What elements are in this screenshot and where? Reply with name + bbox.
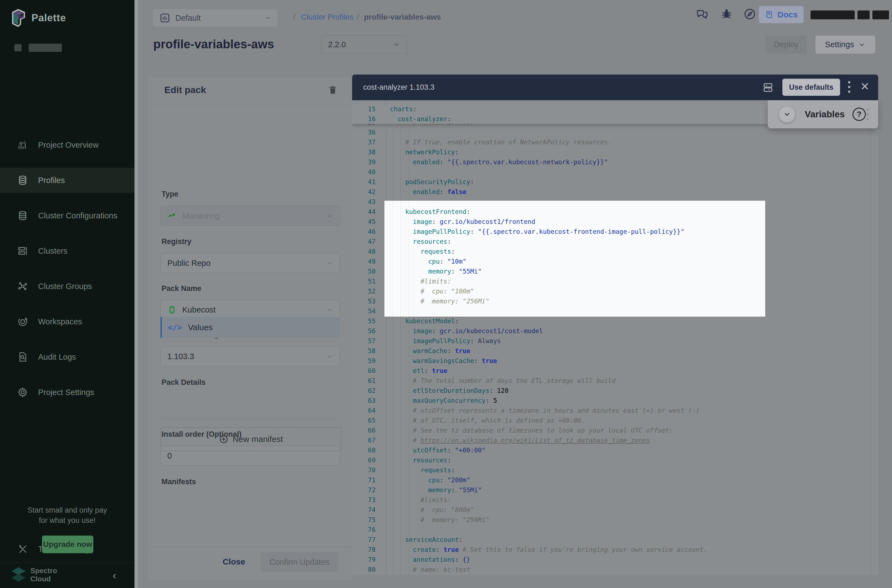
values-label: Values <box>188 323 213 332</box>
code-icon: </> <box>168 323 182 332</box>
upgrade-now-button[interactable]: Upgrade now <box>42 536 93 553</box>
tools-icon <box>17 543 28 555</box>
registry-label: Registry <box>162 237 191 246</box>
sidebar-item-profiles[interactable]: Profiles <box>0 168 135 193</box>
sidebar-item-project-overview[interactable]: Project Overview <box>0 132 135 158</box>
chevron-down-icon <box>858 41 865 48</box>
divider <box>148 547 352 548</box>
close-button[interactable]: Close <box>217 554 251 570</box>
code-line-46: imagePullPolicy: "{{.spectro.var.kubecos… <box>384 226 765 237</box>
new-manifest-button[interactable]: New manifest <box>161 427 341 452</box>
sidebar-item-cluster-configurations[interactable]: Cluster Configurations <box>0 203 135 228</box>
line-number: 72 <box>352 485 386 495</box>
logo-wordmark: Palette <box>32 12 66 24</box>
settings-button[interactable]: Settings <box>815 35 875 54</box>
promo-line-1: Start small and only pay <box>0 505 135 515</box>
sidebar-item-project-settings[interactable]: Project Settings <box>0 380 135 405</box>
page-title: profile-variables-aws <box>153 37 274 51</box>
plus-circle-icon <box>219 435 228 444</box>
code-editor-body[interactable]: 35 # value: 10000003637 # If true, enabl… <box>352 100 878 575</box>
breadcrumb-cluster-profiles[interactable]: Cluster Profiles <box>301 13 353 21</box>
edit-pack-title: Edit pack <box>164 84 206 95</box>
sidebar-item-clusters[interactable]: Clusters <box>0 238 135 263</box>
help-compass-icon[interactable] <box>743 8 756 20</box>
sidebar-item-label: Cluster Groups <box>38 282 92 291</box>
divider <box>161 418 340 419</box>
code-line-37: 37 # If true, enable creation of Network… <box>352 137 871 147</box>
docs-button[interactable]: Docs <box>759 6 803 23</box>
pack-details-values-tab[interactable]: </> Values <box>161 317 340 338</box>
line-number: 77 <box>352 535 386 544</box>
code-line-47: resources: <box>384 237 765 246</box>
pack-name-value: Kubecost <box>182 305 216 314</box>
chevron-down-icon <box>393 40 401 48</box>
editor-title: cost-analyzer 1.103.3 <box>363 83 434 92</box>
code-line-41: 41 podSecurityPolicy: <box>352 177 871 187</box>
bar-chart-icon <box>17 140 28 150</box>
breadcrumb-separator: / <box>293 13 296 21</box>
project-selector[interactable]: Default <box>153 9 278 27</box>
code-line-61: 61 # The total number of days the ETL st… <box>352 376 871 386</box>
bug-report-icon[interactable] <box>720 8 733 20</box>
profile-version-select[interactable]: 2.2.0 <box>321 35 407 54</box>
code-line-53: # memory: "256Mi" <box>384 296 765 306</box>
code-line-69: 69 resources: <box>352 455 871 465</box>
registry-select[interactable]: Public Repo <box>161 253 340 273</box>
use-defaults-button[interactable]: Use defaults <box>782 79 840 96</box>
install-order-value: 0 <box>167 452 172 460</box>
pack-values-editor: cost-analyzer 1.103.3 Use defaults ✕ 35 … <box>352 75 878 575</box>
feedback-chat-icon[interactable] <box>696 8 709 20</box>
sidebar-item-workspaces[interactable]: Workspaces <box>0 309 135 334</box>
sidebar-item-audit-logs[interactable]: Audit Logs <box>0 345 135 369</box>
line-number: 38 <box>352 147 386 157</box>
window-scrollbar[interactable] <box>135 0 138 588</box>
code-line-74: 74 # cpu: "800m" <box>352 505 871 515</box>
line-number: 39 <box>352 157 386 167</box>
variables-menu-icon[interactable] <box>866 108 869 120</box>
chevron-down-icon <box>326 306 333 314</box>
breadcrumb-separator: / <box>357 13 359 21</box>
profile-version-value: 2.2.0 <box>328 40 346 49</box>
variables-collapse-button[interactable] <box>779 106 795 123</box>
delete-pack-icon[interactable] <box>328 85 338 95</box>
servers-icon <box>17 245 28 256</box>
redacted-project-label <box>29 44 62 52</box>
line-number: 62 <box>352 386 386 396</box>
sidebar-item-cluster-groups[interactable]: Cluster Groups <box>0 274 135 299</box>
chevron-down-icon <box>326 259 333 267</box>
confirm-updates-button[interactable]: Confirm Updates <box>260 552 339 572</box>
line-number: 60 <box>352 366 386 376</box>
line-number: 63 <box>352 396 386 405</box>
type-select: Monitoring <box>161 206 340 226</box>
deploy-button[interactable]: Deploy <box>766 35 807 54</box>
line-number: 43 <box>352 197 386 207</box>
diff-view-icon[interactable] <box>762 82 774 93</box>
close-icon[interactable]: ✕ <box>860 80 869 93</box>
code-line-45: image: gcr.io/kubecost1/frontend <box>384 217 765 226</box>
code-line-78: 78 create: true # Set this to false if y… <box>352 544 871 555</box>
code-line-65: 65 # of UTC, itself, which is defined as… <box>352 416 871 425</box>
line-number: 49 <box>352 256 386 266</box>
code-line-50: memory: "55Mi" <box>384 266 765 276</box>
line-number: 66 <box>352 425 386 435</box>
sidebar-collapse-button[interactable]: ‹ <box>113 569 116 582</box>
variables-panel: Variables ? <box>768 100 878 128</box>
type-value: Monitoring <box>182 212 219 220</box>
code-line-49: cpu: "10m" <box>384 256 765 266</box>
code-line-72: 72 memory: "55Mi" <box>352 485 871 495</box>
code-line-58: 58 warmCache: true <box>352 346 871 356</box>
editor-menu-icon[interactable] <box>848 81 850 93</box>
orbit-icon <box>17 316 28 327</box>
code-line-76: 76 <box>352 525 871 535</box>
line-number: 78 <box>352 544 386 555</box>
registry-value: Public Repo <box>167 259 210 268</box>
line-number: 37 <box>352 137 386 147</box>
code-line-39: 39 enabled: "{{.spectro.var.kubecost-net… <box>352 157 871 167</box>
pack-name-label: Pack Name <box>162 284 201 293</box>
line-number: 80 <box>352 564 386 574</box>
pack-version-select[interactable]: 1.103.3 <box>161 346 340 366</box>
code-line-38: 38 networkPolicy: <box>352 147 871 157</box>
code-line-60: 60 etl: true <box>352 366 871 376</box>
help-icon[interactable]: ? <box>853 108 866 121</box>
new-manifest-label: New manifest <box>233 435 283 444</box>
